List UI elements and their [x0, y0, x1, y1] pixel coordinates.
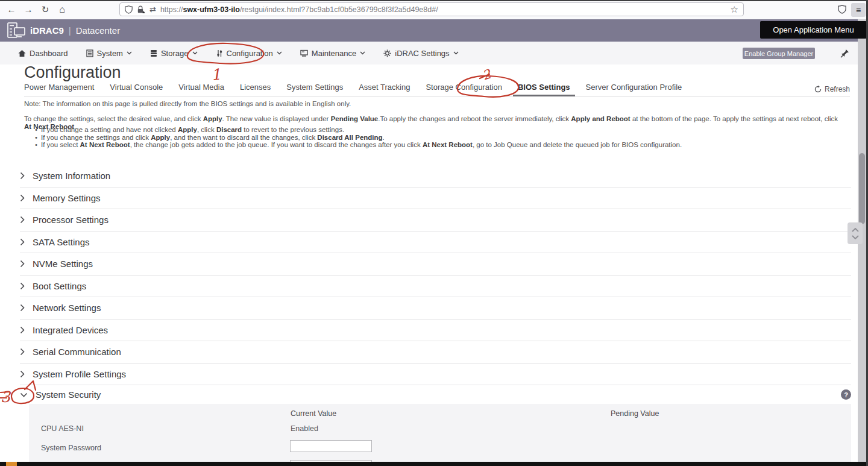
bullet-item: If you change a setting and have not cli…	[35, 126, 844, 134]
tab-bar: Power Management Virtual Console Virtual…	[24, 82, 850, 96]
shield-permissions-icon[interactable]	[125, 5, 133, 14]
pin-icon[interactable]	[840, 49, 849, 60]
chevron-down-icon[interactable]	[852, 235, 859, 239]
section-row-sata-settings[interactable]: SATA Settings	[20, 231, 851, 254]
section-row-system-information[interactable]: System Information	[20, 165, 851, 187]
chevron-down-icon	[127, 51, 132, 55]
section-label: System Security	[36, 389, 101, 400]
bottom-edge-bar	[0, 462, 868, 466]
tab-server-configuration-profile[interactable]: Server Configuration Profile	[586, 83, 682, 96]
tab-system-settings[interactable]: System Settings	[286, 83, 343, 96]
section-row-boot-settings[interactable]: Boot Settings	[20, 276, 851, 298]
section-row-memory-settings[interactable]: Memory Settings	[20, 187, 851, 210]
chevron-down-icon	[277, 51, 282, 55]
screen: ← → ↻ ⌂ ⇄ https://swx-ufm3-03-ilo/restgu…	[0, 0, 868, 466]
idrac-logo-icon	[7, 22, 27, 39]
section-label: Integrated Devices	[33, 325, 108, 335]
reload-icon[interactable]: ↻	[39, 3, 52, 16]
home-icon	[18, 49, 26, 57]
chevron-down-icon	[360, 51, 365, 55]
refresh-button[interactable]: Refresh	[814, 85, 850, 93]
scrollbar-thumb[interactable]	[859, 153, 865, 224]
tab-virtual-media[interactable]: Virtual Media	[178, 83, 224, 96]
app-brand: iDRAC9 | Datacenter	[30, 19, 120, 42]
menu-item-system[interactable]: System	[86, 49, 132, 58]
taskbar-accent-chip	[6, 462, 17, 466]
enable-group-manager-button[interactable]: Enable Group Manager	[743, 48, 815, 59]
home-icon[interactable]: ⌂	[55, 3, 69, 16]
chevron-up-icon[interactable]	[852, 228, 859, 232]
chevron-right-icon	[20, 238, 25, 246]
lock-warning-icon[interactable]	[137, 5, 145, 14]
page-note: Note: The information on this page is pu…	[24, 100, 351, 107]
brand-name: iDRAC9	[30, 25, 64, 36]
section-label: Boot Settings	[33, 281, 86, 291]
menu-item-maintenance[interactable]: Maintenance	[300, 49, 365, 58]
menu-item-configuration[interactable]: Configuration	[216, 49, 282, 58]
chevron-right-icon	[20, 260, 25, 268]
storage-icon	[150, 49, 157, 57]
section-label: System Information	[33, 171, 110, 181]
annotation-digit-2: 2	[480, 66, 494, 83]
system-password-input[interactable]	[290, 440, 372, 452]
tab-storage-configuration[interactable]: Storage Configuration	[426, 83, 502, 96]
menu-item-storage[interactable]: Storage	[150, 49, 198, 58]
annotation-tail-2	[480, 74, 489, 78]
bios-sections-accordion: System Information Memory Settings Proce…	[20, 165, 851, 404]
bullet-item: If you change the settings and click App…	[35, 134, 844, 142]
bullet-item: If you select At Next Reboot, the change…	[35, 141, 844, 149]
section-label: Network Settings	[33, 303, 101, 313]
bookmark-star-icon[interactable]: ☆	[731, 4, 738, 15]
instructions-bullets: If you change a setting and have not cli…	[35, 126, 844, 149]
brand-divider: |	[69, 25, 71, 36]
browser-toolbar: ← → ↻ ⌂ ⇄ https://swx-ufm3-03-ilo/restgu…	[0, 1, 868, 20]
chevron-down-icon	[192, 51, 198, 55]
menu-label: Configuration	[227, 49, 273, 58]
menu-item-idrac-settings[interactable]: iDRAC Settings	[383, 49, 458, 58]
menu-label: Storage	[161, 49, 189, 58]
application-menu-tooltip: Open Application Menu	[760, 21, 867, 39]
url-text: https://swx-ufm3-03-ilo/restgui/index.ht…	[160, 5, 726, 14]
chevron-right-icon	[20, 370, 25, 378]
section-row-serial-communication[interactable]: Serial Communication	[20, 341, 851, 364]
refresh-icon	[814, 86, 822, 93]
menu-item-dashboard[interactable]: Dashboard	[18, 49, 68, 58]
chevron-down-icon	[20, 392, 28, 397]
system-security-panel: Current Value Pending Value CPU AES-NI E…	[29, 404, 851, 466]
tab-virtual-console[interactable]: Virtual Console	[110, 83, 163, 96]
chevron-right-icon	[20, 348, 25, 356]
annotation-dash-marks	[0, 392, 9, 398]
page-title: Configuration	[24, 63, 121, 82]
chevron-right-icon	[20, 326, 25, 334]
https-switch-icon[interactable]: ⇄	[149, 5, 156, 14]
section-row-processor-settings[interactable]: Processor Settings	[20, 209, 851, 231]
tab-licenses[interactable]: Licenses	[240, 83, 271, 96]
chevron-right-icon	[20, 172, 25, 180]
tab-power-management[interactable]: Power Management	[24, 83, 94, 96]
maintenance-icon	[300, 49, 308, 57]
back-icon[interactable]: ←	[5, 3, 18, 16]
refresh-label: Refresh	[825, 85, 850, 93]
section-row-integrated-devices[interactable]: Integrated Devices	[20, 320, 851, 342]
section-label: NVMe Settings	[33, 259, 93, 269]
chevron-right-icon	[20, 194, 25, 202]
scroll-jump-widget[interactable]	[848, 222, 863, 244]
menu-label: iDRAC Settings	[395, 49, 449, 58]
help-icon[interactable]: ?	[841, 389, 851, 400]
tab-asset-tracking[interactable]: Asset Tracking	[359, 83, 410, 96]
gear-icon	[383, 49, 391, 57]
section-row-system-security[interactable]: System Security ?	[20, 385, 851, 404]
protections-shield-icon[interactable]	[838, 5, 846, 16]
section-label: SATA Settings	[33, 237, 90, 247]
forward-icon[interactable]: →	[22, 3, 35, 16]
tab-bios-settings[interactable]: BIOS Settings	[518, 83, 570, 96]
menu-label: Maintenance	[312, 49, 356, 58]
section-row-system-profile-settings[interactable]: System Profile Settings	[20, 364, 851, 386]
section-row-network-settings[interactable]: Network Settings	[20, 297, 851, 320]
application-menu-button[interactable]: ≡	[851, 3, 866, 17]
chevron-right-icon	[20, 304, 25, 312]
section-label: Serial Communication	[33, 347, 121, 357]
section-label: Processor Settings	[33, 215, 108, 225]
section-row-nvme-settings[interactable]: NVMe Settings	[20, 253, 851, 276]
url-bar[interactable]: ⇄ https://swx-ufm3-03-ilo/restgui/index.…	[119, 2, 744, 16]
